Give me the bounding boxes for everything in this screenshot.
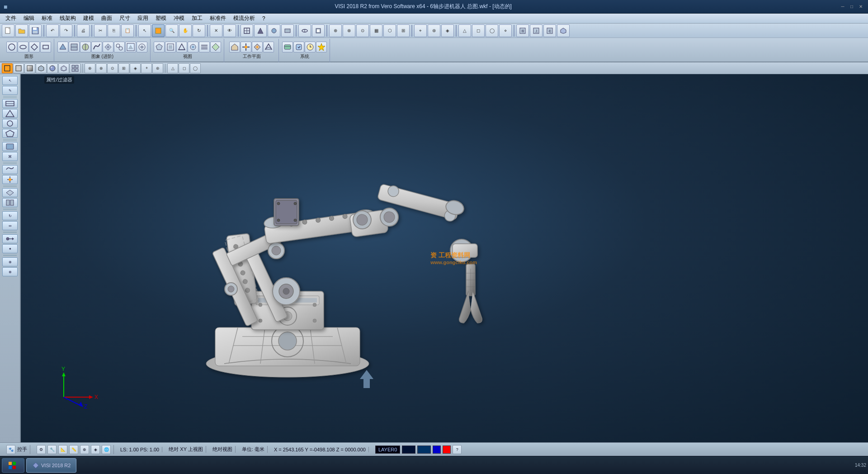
copy-button[interactable]: ⎘ — [108, 24, 120, 37]
tb-btn-3[interactable] — [268, 24, 280, 37]
sidebar-btn-3[interactable] — [2, 99, 18, 108]
sys-btn-4[interactable] — [316, 42, 327, 52]
sidebar-btn-8[interactable]: ⌘ — [2, 152, 18, 161]
status-icon-3[interactable]: 🔧 — [47, 445, 57, 454]
close-button[interactable]: ✕ — [857, 4, 864, 10]
menu-help[interactable]: ? — [259, 14, 269, 23]
tb-btn-10[interactable]: ▦ — [370, 24, 382, 37]
menu-build[interactable]: 建模 — [80, 14, 98, 23]
img-btn-4[interactable] — [91, 42, 102, 52]
sidebar-btn-17[interactable]: ⊕ — [2, 257, 18, 266]
tb-btn-6[interactable] — [312, 24, 325, 37]
view-mode-shaded[interactable] — [24, 63, 35, 73]
view-snap-4[interactable]: ⊞ — [118, 63, 129, 73]
color-swatch-1[interactable] — [402, 446, 415, 454]
tb-btn-9[interactable]: ⊙ — [356, 24, 369, 37]
shape-btn-2[interactable] — [18, 42, 28, 52]
view-extra-1[interactable]: △ — [167, 63, 178, 73]
menu-standard[interactable]: 标准 — [38, 14, 56, 23]
maximize-button[interactable]: □ — [848, 4, 855, 10]
status-icon-8[interactable]: 🌐 — [102, 445, 111, 454]
shape-btn-1[interactable] — [6, 42, 17, 52]
view-iso[interactable] — [557, 24, 570, 37]
view-mode-xray[interactable] — [58, 63, 69, 73]
menu-die[interactable]: 冲模 — [170, 14, 188, 23]
color-swatch-4[interactable] — [443, 446, 451, 454]
menu-dimension[interactable]: 尺寸 — [116, 14, 134, 23]
status-icon-6[interactable]: ⊕ — [80, 445, 89, 454]
menu-mold-flow[interactable]: 模流分析 — [230, 14, 259, 23]
img-btn-3[interactable] — [80, 42, 91, 52]
img-btn-2[interactable] — [69, 42, 80, 52]
sidebar-btn-6[interactable] — [2, 129, 18, 138]
status-icon-5[interactable]: 📏 — [69, 445, 78, 454]
sidebar-btn-13[interactable]: ↻ — [2, 211, 18, 220]
sys-btn-3[interactable] — [305, 42, 316, 52]
menu-machining[interactable]: 加工 — [188, 14, 206, 23]
view-extra-3[interactable]: ◯ — [190, 63, 201, 73]
sidebar-btn-14[interactable]: ⇔ — [2, 221, 18, 230]
sidebar-btn-7[interactable] — [2, 142, 18, 151]
wp-btn-4[interactable] — [263, 42, 274, 52]
tb-btn-5[interactable] — [298, 24, 311, 37]
undo-button[interactable]: ↶ — [46, 24, 59, 37]
wp-btn-2[interactable] — [241, 42, 251, 52]
view-front[interactable]: 前 — [516, 24, 529, 37]
img-btn-6[interactable] — [114, 42, 125, 52]
dynamic-view-button[interactable] — [152, 24, 165, 37]
sidebar-btn-4[interactable] — [2, 109, 18, 118]
pan-button[interactable]: ✋ — [179, 24, 192, 37]
status-icon-9[interactable]: ? — [453, 445, 462, 454]
view-mode-wire[interactable] — [2, 63, 13, 73]
tb-btn-18[interactable]: ◯ — [486, 24, 498, 37]
tb-btn-2[interactable] — [254, 24, 267, 37]
status-icon-7[interactable]: ◈ — [91, 445, 100, 454]
paste-button[interactable]: 📋 — [121, 24, 134, 37]
redo-button[interactable]: ↷ — [60, 24, 72, 37]
sidebar-btn-5[interactable] — [2, 119, 18, 128]
view-mode-render[interactable] — [47, 63, 58, 73]
sys-btn-2[interactable] — [293, 42, 304, 52]
view-extra-2[interactable]: ◻ — [179, 63, 189, 73]
menu-edit[interactable]: 编辑 — [20, 14, 38, 23]
view-snap-5[interactable]: ◈ — [130, 63, 141, 73]
tb-btn-1[interactable] — [241, 24, 253, 37]
sidebar-btn-16[interactable]: ✦ — [2, 244, 18, 253]
tb-btn-14[interactable]: ⊛ — [428, 24, 440, 37]
select-button[interactable]: ↖ — [138, 24, 151, 37]
layer-box[interactable]: LAYER0 — [375, 446, 400, 454]
viewport[interactable]: 属性/过滤器 — [21, 74, 868, 442]
menu-wireframe[interactable]: 线架构 — [56, 14, 80, 23]
color-swatch-3[interactable] — [433, 446, 441, 454]
sidebar-btn-2[interactable]: ✎ — [2, 86, 18, 95]
status-icon-2[interactable]: ⚙ — [37, 445, 46, 454]
tb-btn-7[interactable]: ⊕ — [329, 24, 342, 37]
print-button[interactable]: 🖨 — [77, 24, 90, 37]
sidebar-btn-18[interactable]: ⊗ — [2, 267, 18, 276]
view-right[interactable]: 右 — [543, 24, 556, 37]
sidebar-btn-12[interactable] — [2, 198, 18, 207]
status-icon-1[interactable]: 🐾 — [6, 445, 15, 454]
minimize-button[interactable]: ─ — [839, 4, 846, 10]
tb-btn-13[interactable]: ⌖ — [414, 24, 427, 37]
menu-standard-parts[interactable]: 标准件 — [206, 14, 230, 23]
view-btn-1[interactable] — [154, 42, 165, 52]
view-btn-6[interactable] — [210, 42, 221, 52]
view-btn-3[interactable] — [176, 42, 187, 52]
delete-button[interactable]: ✕ — [210, 24, 222, 37]
wp-btn-1[interactable] — [229, 42, 240, 52]
status-icon-4[interactable]: 📐 — [58, 445, 67, 454]
rotate-button[interactable]: ↻ — [193, 24, 205, 37]
menu-surface[interactable]: 曲面 — [98, 14, 116, 23]
color-swatch-2[interactable] — [417, 446, 431, 454]
sidebar-btn-select[interactable]: ↖ — [2, 76, 18, 85]
view-snap-7[interactable]: ⊛ — [152, 63, 163, 73]
open-button[interactable] — [15, 24, 28, 37]
tb-btn-17[interactable]: ◻ — [472, 24, 485, 37]
view-snap-2[interactable]: ⊗ — [96, 63, 107, 73]
img-btn-1[interactable] — [57, 42, 68, 52]
tb-btn-12[interactable]: ⊞ — [397, 24, 410, 37]
menu-file[interactable]: 文件 — [2, 14, 20, 23]
zoom-button[interactable]: 🔍 — [165, 24, 178, 37]
save-button[interactable] — [29, 24, 42, 37]
